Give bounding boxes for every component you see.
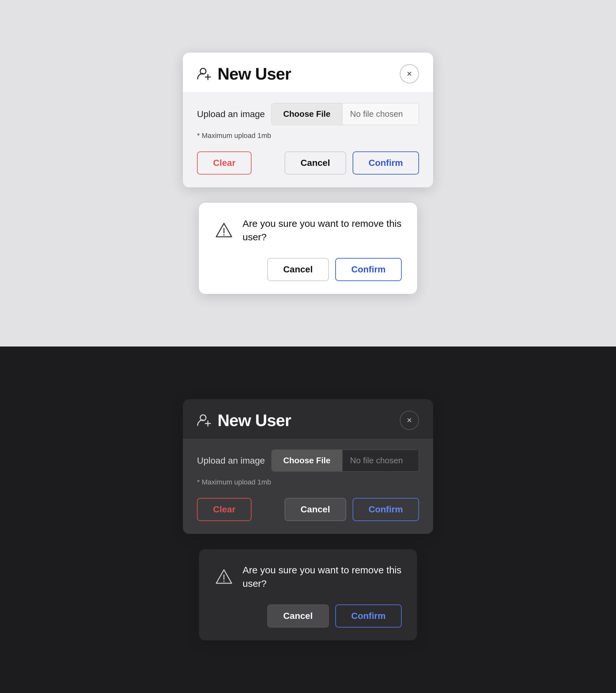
dialog-confirm-button-light[interactable]: Confirm bbox=[335, 258, 402, 281]
cancel-button-dark[interactable]: Cancel bbox=[284, 498, 346, 521]
max-upload-note-dark: * Maximum upload 1mb bbox=[197, 478, 419, 487]
file-name-light: No file chosen bbox=[342, 103, 419, 125]
user-plus-icon bbox=[197, 66, 212, 81]
new-user-modal-dark: New User × Upload an image Choose File N… bbox=[183, 399, 433, 534]
upload-label-light: Upload an image bbox=[197, 109, 265, 119]
confirm-dialog-footer-light: Cancel Confirm bbox=[214, 258, 402, 281]
file-name-dark: No file chosen bbox=[342, 450, 419, 471]
confirm-dialog-top-dark: Are you sure you want to remove this use… bbox=[214, 563, 402, 590]
max-upload-note-light: * Maximum upload 1mb bbox=[197, 132, 419, 140]
modal-header-left-dark: New User bbox=[197, 411, 291, 430]
choose-file-button-dark[interactable]: Choose File bbox=[272, 450, 342, 471]
cancel-button-light[interactable]: Cancel bbox=[284, 152, 346, 175]
confirm-button-light[interactable]: Confirm bbox=[353, 152, 419, 175]
close-button-light[interactable]: × bbox=[400, 64, 419, 83]
modal-footer-dark: Clear Cancel Confirm bbox=[197, 498, 419, 521]
modal-body-light: Upload an image Choose File No file chos… bbox=[183, 93, 433, 187]
svg-point-4 bbox=[223, 234, 224, 236]
choose-file-button-light[interactable]: Choose File bbox=[272, 103, 342, 125]
modal-footer-light: Clear Cancel Confirm bbox=[197, 152, 419, 175]
upload-label-dark: Upload an image bbox=[197, 456, 265, 466]
warning-icon-dark bbox=[214, 567, 234, 587]
modal-header-left: New User bbox=[197, 64, 291, 83]
confirm-dialog-dark: Are you sure you want to remove this use… bbox=[199, 549, 417, 640]
new-user-modal-light: New User × Upload an image Choose File N… bbox=[183, 53, 433, 187]
confirm-dialog-message-dark: Are you sure you want to remove this use… bbox=[242, 563, 402, 590]
modal-header-light: New User × bbox=[183, 53, 433, 93]
clear-button-dark[interactable]: Clear bbox=[197, 498, 252, 521]
confirm-button-dark[interactable]: Confirm bbox=[353, 498, 419, 521]
file-input-wrapper-dark: Choose File No file chosen bbox=[272, 450, 419, 472]
modal-title-dark: New User bbox=[218, 411, 291, 430]
modal-body-dark: Upload an image Choose File No file chos… bbox=[183, 439, 433, 534]
dark-theme-section: New User × Upload an image Choose File N… bbox=[0, 346, 616, 693]
modal-title-light: New User bbox=[218, 64, 291, 83]
dialog-cancel-button-light[interactable]: Cancel bbox=[267, 258, 329, 281]
modal-header-dark: New User × bbox=[183, 399, 433, 439]
dialog-cancel-button-dark[interactable]: Cancel bbox=[267, 605, 329, 628]
file-input-wrapper-light: Choose File No file chosen bbox=[272, 103, 419, 125]
file-upload-row-light: Upload an image Choose File No file chos… bbox=[197, 103, 419, 125]
svg-point-9 bbox=[223, 581, 224, 582]
user-plus-icon-dark bbox=[197, 413, 212, 428]
file-upload-row-dark: Upload an image Choose File No file chos… bbox=[197, 450, 419, 472]
close-button-dark[interactable]: × bbox=[400, 411, 419, 430]
dialog-confirm-button-dark[interactable]: Confirm bbox=[335, 605, 402, 628]
confirm-dialog-light: Are you sure you want to remove this use… bbox=[199, 203, 417, 294]
confirm-dialog-top-light: Are you sure you want to remove this use… bbox=[214, 217, 402, 244]
confirm-dialog-footer-dark: Cancel Confirm bbox=[214, 605, 402, 628]
light-theme-section: New User × Upload an image Choose File N… bbox=[0, 0, 616, 346]
clear-button-light[interactable]: Clear bbox=[197, 152, 252, 175]
confirm-dialog-message-light: Are you sure you want to remove this use… bbox=[242, 217, 402, 244]
warning-icon-light bbox=[214, 221, 234, 240]
